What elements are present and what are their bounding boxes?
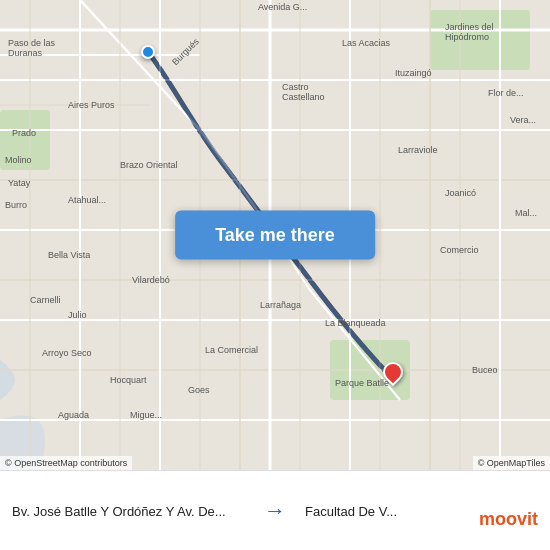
start-marker xyxy=(141,45,155,59)
route-from-text: Bv. José Batlle Y Ordóñez Y Av. De... xyxy=(12,504,245,519)
take-me-there-button[interactable]: Take me there xyxy=(175,211,375,260)
moovit-logo: moovit xyxy=(479,509,538,530)
svg-rect-3 xyxy=(430,10,530,70)
bottom-bar: Bv. José Batlle Y Ordóñez Y Av. De... → … xyxy=(0,470,550,550)
tiles-attribution: © OpenMapTiles xyxy=(473,456,550,470)
arrow-container: → xyxy=(245,498,305,524)
destination-marker xyxy=(383,362,407,392)
map-container: Paso de lasDuranas Aires Puros Prado Mol… xyxy=(0,0,550,470)
route-from: Bv. José Batlle Y Ordóñez Y Av. De... xyxy=(12,502,245,519)
moovit-brand-text: moovit xyxy=(479,509,538,530)
svg-rect-1 xyxy=(0,110,50,170)
osm-attribution: © OpenStreetMap contributors xyxy=(0,456,132,470)
app-container: Paso de lasDuranas Aires Puros Prado Mol… xyxy=(0,0,550,550)
arrow-icon: → xyxy=(264,498,286,524)
